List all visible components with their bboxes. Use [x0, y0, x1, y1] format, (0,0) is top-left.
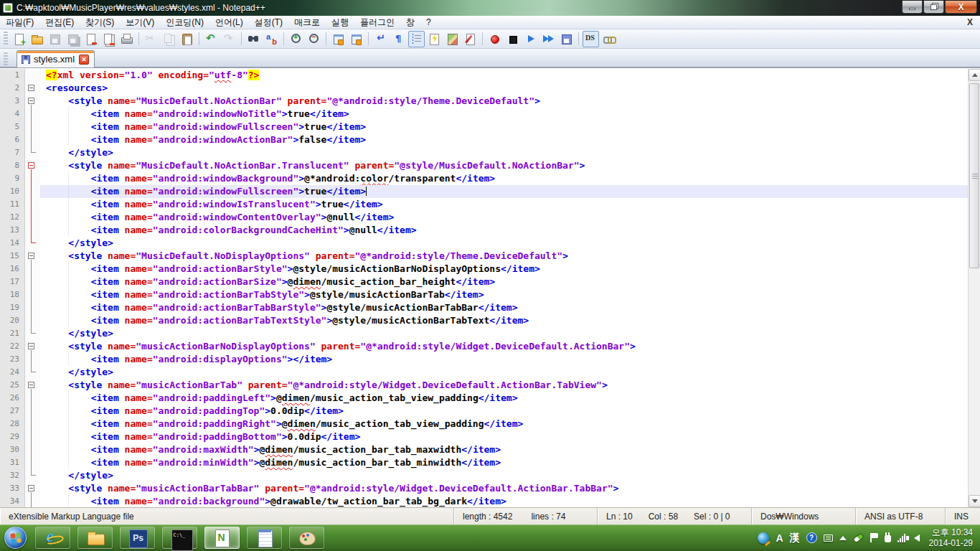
open-file-button[interactable]: [29, 31, 45, 47]
volume-icon[interactable]: [914, 534, 920, 542]
line-number[interactable]: 22: [0, 340, 25, 353]
line-number[interactable]: 23: [0, 353, 25, 366]
line-number[interactable]: 7: [0, 146, 25, 159]
code-line-13[interactable]: 13 <item name="android:colorBackgroundCa…: [0, 224, 968, 237]
menu-item-4[interactable]: 인코딩(N): [160, 17, 209, 27]
fold-margin[interactable]: [25, 69, 40, 82]
fold-marker[interactable]: [28, 485, 34, 491]
fold-marker[interactable]: [28, 343, 34, 349]
line-number[interactable]: 6: [0, 133, 25, 146]
line-number[interactable]: 11: [0, 198, 25, 211]
fold-margin[interactable]: [25, 353, 40, 366]
fold-margin[interactable]: [25, 133, 40, 146]
code-line-28[interactable]: 28 <item name="android:paddingRight">@di…: [0, 418, 968, 430]
antivirus-tray-icon[interactable]: [852, 532, 864, 543]
taskbar-internet-explorer-button[interactable]: [35, 527, 70, 549]
redo-button[interactable]: [221, 31, 237, 47]
line-number[interactable]: 31: [0, 456, 25, 469]
document-map-button[interactable]: [444, 31, 461, 47]
tab-styles-xml[interactable]: styles.xml ✕: [17, 50, 95, 67]
line-number[interactable]: 17: [0, 276, 25, 288]
fold-margin[interactable]: [25, 340, 40, 353]
code-line-11[interactable]: 11 <item name="android:windowIsTransluce…: [0, 198, 968, 211]
menu-item-5[interactable]: 언어(L): [209, 17, 249, 27]
line-number[interactable]: 29: [0, 430, 25, 443]
fold-margin[interactable]: [25, 159, 40, 172]
menu-item-0[interactable]: 파일(F): [0, 17, 39, 27]
menu-item-6[interactable]: 설정(T): [249, 17, 288, 27]
vertical-scrollbar[interactable]: [968, 69, 980, 507]
plugin-link-button[interactable]: [600, 31, 617, 47]
minimize-button[interactable]: [902, 1, 923, 14]
code-line-20[interactable]: 20 <item name="android:actionBarTabTextS…: [0, 314, 968, 327]
code-line-31[interactable]: 31 <item name="android:minWidth">@dimen/…: [0, 456, 968, 469]
line-number[interactable]: 13: [0, 224, 25, 237]
code-line-7[interactable]: 7 </style>: [0, 146, 968, 159]
fold-margin[interactable]: [25, 237, 40, 250]
fold-margin[interactable]: [25, 405, 40, 418]
code-line-24[interactable]: 24 </style>: [0, 366, 968, 379]
restore-button[interactable]: [923, 1, 944, 14]
line-number[interactable]: 34: [0, 495, 25, 507]
line-number[interactable]: 9: [0, 172, 25, 185]
scrollbar-thumb[interactable]: [969, 83, 979, 268]
line-number[interactable]: 16: [0, 263, 25, 276]
code-line-14[interactable]: 14 </style>: [0, 237, 968, 250]
code-line-34[interactable]: 34 <item name="android:background">@draw…: [0, 495, 968, 507]
save-button[interactable]: [47, 31, 63, 47]
show-hidden-icons-button[interactable]: [839, 536, 847, 540]
line-number[interactable]: 5: [0, 121, 25, 133]
find-button[interactable]: [245, 31, 262, 47]
fold-margin[interactable]: [25, 263, 40, 276]
undo-button[interactable]: [203, 31, 220, 47]
line-number[interactable]: 12: [0, 211, 25, 224]
taskbar-notepad-button[interactable]: [247, 527, 282, 549]
code-line-26[interactable]: 26 <item name="android:paddingLeft">@dim…: [0, 392, 968, 405]
ime-language-icon[interactable]: [758, 532, 769, 544]
fold-margin[interactable]: [25, 418, 40, 430]
taskbar-command-prompt-button[interactable]: [162, 527, 197, 549]
taskbar-windows-explorer-button[interactable]: [77, 527, 113, 549]
show-all-characters-button[interactable]: [390, 31, 407, 47]
fold-margin[interactable]: [25, 482, 40, 495]
define-language-button[interactable]: [462, 31, 479, 47]
taskbar-clock[interactable]: 오후 10:34 2014-01-29: [929, 527, 973, 549]
line-number[interactable]: 32: [0, 469, 25, 482]
fold-margin[interactable]: [25, 469, 40, 482]
code-line-25[interactable]: 25 <style name="musicActionBarTab" paren…: [0, 379, 968, 392]
code-line-32[interactable]: 32 </style>: [0, 469, 968, 482]
menu-item-7[interactable]: 매크로: [288, 17, 326, 27]
sync-horizontal-button[interactable]: [348, 31, 364, 47]
line-number[interactable]: 33: [0, 482, 25, 495]
line-number[interactable]: 21: [0, 327, 25, 340]
code-line-18[interactable]: 18 <item name="android:actionBarTabStyle…: [0, 288, 968, 301]
menu-item-8[interactable]: 실행: [326, 17, 354, 27]
line-number[interactable]: 15: [0, 250, 25, 263]
line-number[interactable]: 30: [0, 443, 25, 456]
fold-margin[interactable]: [25, 443, 40, 456]
copy-button[interactable]: [161, 31, 177, 47]
fold-margin[interactable]: [25, 185, 40, 198]
macro-save-button[interactable]: [558, 31, 575, 47]
close-file-button[interactable]: [83, 31, 99, 47]
code-line-5[interactable]: 5 <item name="android:windowFullscreen">…: [0, 121, 968, 133]
code-line-4[interactable]: 4 <item name="android:windowNoTitle">tru…: [0, 108, 968, 121]
line-number[interactable]: 18: [0, 288, 25, 301]
fold-margin[interactable]: [25, 430, 40, 443]
code-line-22[interactable]: 22 <style name="musicActionBarNoDisplayO…: [0, 340, 968, 353]
menu-close-document-button[interactable]: X: [967, 16, 973, 29]
line-number[interactable]: 27: [0, 405, 25, 418]
menu-item-10[interactable]: 창: [400, 17, 420, 27]
new-file-button[interactable]: [11, 31, 27, 47]
code-line-8[interactable]: 8 <style name="MusicDefault.NoActionBar.…: [0, 159, 968, 172]
fold-margin[interactable]: [25, 95, 40, 108]
code-line-27[interactable]: 27 <item name="android:paddingTop">0.0di…: [0, 405, 968, 418]
fold-margin[interactable]: [25, 301, 40, 314]
line-number[interactable]: 14: [0, 237, 25, 250]
line-number[interactable]: 1: [0, 69, 25, 82]
menu-item-9[interactable]: 플러그인: [354, 17, 400, 27]
macro-stop-button[interactable]: [504, 31, 521, 47]
zoom-out-button[interactable]: [306, 31, 322, 47]
fold-margin[interactable]: [25, 495, 40, 507]
ime-mode-indicator[interactable]: A: [776, 532, 783, 544]
